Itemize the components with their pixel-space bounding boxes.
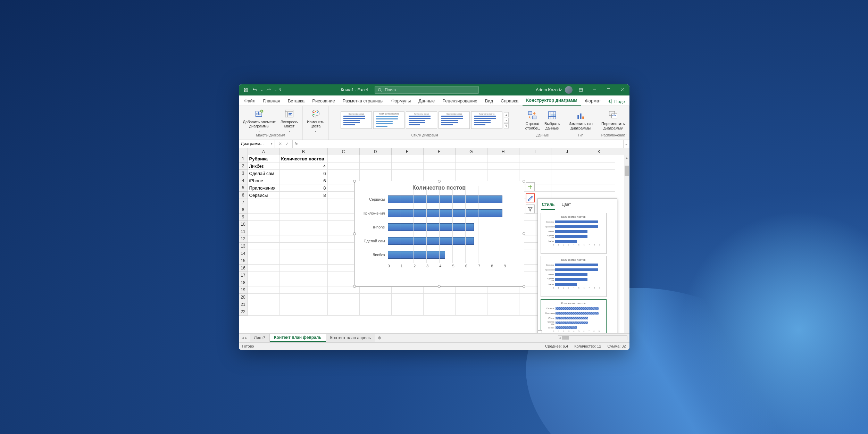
color-tab[interactable]: Цвет [561,201,571,210]
cell[interactable] [280,221,328,228]
cell[interactable] [280,257,328,265]
row-header[interactable]: 14 [239,250,248,257]
cell[interactable] [551,162,583,170]
row-header[interactable]: 5 [239,184,248,192]
cell[interactable] [392,294,424,301]
cell[interactable] [280,301,328,308]
row-header[interactable]: 21 [239,301,248,308]
resize-handle[interactable] [353,285,356,288]
cell[interactable]: Сервисы [248,192,280,199]
cell[interactable] [392,308,424,316]
cell[interactable] [248,221,280,228]
tab-help[interactable]: Справка [497,96,522,106]
cell[interactable] [456,170,487,177]
quick-layout-button[interactable]: Экспресс- макет⌄ [279,107,300,133]
style-preview-item[interactable]: Количество постовСервисыПриложенияiPhone… [541,256,607,297]
chart-object[interactable]: Количество постов СервисыПриложенияiPhon… [354,181,524,287]
row-header[interactable]: 7 [239,199,248,206]
gallery-scroll-up[interactable]: ▴ [504,112,509,117]
resize-handle[interactable] [523,232,525,235]
resize-handle[interactable] [523,180,525,183]
cell[interactable] [551,155,583,162]
cell[interactable] [424,294,456,301]
cell[interactable] [280,265,328,272]
add-chart-element-button[interactable]: Добавить элемент диаграммы⌄ [242,107,277,133]
cell[interactable]: Ликбез [248,162,280,170]
cell[interactable] [583,177,615,184]
cell[interactable] [551,170,583,177]
fx-label[interactable]: fx [293,141,300,146]
cell[interactable] [360,294,392,301]
resize-handle[interactable] [438,285,441,288]
cell[interactable] [424,308,456,316]
cell[interactable]: 8 [280,192,328,199]
spreadsheet-grid[interactable]: ABCDEFGHIJK 1РубрикаКоличество постов2Ли… [239,148,629,333]
cell[interactable] [360,162,392,170]
row-header[interactable]: 6 [239,192,248,199]
column-header[interactable]: E [392,148,424,155]
bar-fill[interactable] [388,251,445,259]
cell[interactable] [424,162,456,170]
cell[interactable] [328,301,360,308]
tab-insert[interactable]: Вставка [284,96,308,106]
chart-style-2[interactable]: КОЛИЧЕСТВО ПОСТОВ [373,111,404,129]
select-all-corner[interactable] [239,148,248,155]
cell[interactable] [456,162,487,170]
formula-input[interactable] [300,140,623,148]
gallery-more[interactable]: ⊽ [504,123,509,128]
cell[interactable] [360,301,392,308]
resize-handle[interactable] [438,180,441,183]
user-name[interactable]: Artem Kozoriz [536,87,562,92]
resize-handle[interactable] [523,285,525,288]
change-chart-type-button[interactable]: Изменить тип диаграммы [567,109,594,131]
add-sheet-button[interactable]: ⊕ [375,335,384,340]
cell[interactable] [583,170,615,177]
cell[interactable] [248,308,280,316]
cell[interactable] [280,206,328,214]
column-header[interactable]: A [248,148,280,155]
gallery-scroll-down[interactable]: ▾ [504,118,509,123]
row-header[interactable]: 2 [239,162,248,170]
chart-style-3[interactable]: Количество постов [406,111,437,129]
cell[interactable] [392,286,424,294]
cell[interactable] [280,228,328,235]
cancel-formula-icon[interactable]: ✕ [277,141,283,146]
cell[interactable] [248,235,280,243]
cell[interactable] [328,170,360,177]
resize-handle[interactable] [353,180,356,183]
row-header[interactable]: 11 [239,228,248,235]
tab-file[interactable]: Файл [241,96,259,106]
select-data-button[interactable]: Выбрать данные [543,109,561,131]
cell[interactable]: Рубрика [248,155,280,162]
cell[interactable] [487,301,519,308]
row-header[interactable]: 10 [239,221,248,228]
cell[interactable] [487,170,519,177]
row-header[interactable]: 9 [239,214,248,221]
search-input[interactable]: Поиск [375,86,479,94]
accept-formula-icon[interactable]: ✓ [284,141,290,146]
column-header[interactable]: D [360,148,392,155]
cell[interactable] [328,294,360,301]
chart-filter-button[interactable] [526,205,535,214]
row-header[interactable]: 4 [239,177,248,184]
row-header[interactable]: 13 [239,243,248,250]
cell[interactable]: Сделай сам [248,170,280,177]
redo-dropdown-icon[interactable]: ⌄ [274,86,278,94]
cell[interactable] [392,155,424,162]
bar-fill[interactable] [388,209,503,217]
cell[interactable] [424,301,456,308]
share-button[interactable]: Поде [605,98,628,106]
cell[interactable] [456,301,487,308]
cell[interactable] [551,192,583,199]
cell[interactable] [487,155,519,162]
cell[interactable] [487,308,519,316]
tab-format[interactable]: Формат [582,96,604,106]
cell[interactable] [280,250,328,257]
column-header[interactable]: J [551,148,583,155]
cell[interactable] [248,272,280,279]
cell[interactable] [519,155,551,162]
cell[interactable] [280,279,328,286]
sheet-tab-1[interactable]: Лист7 [250,334,270,342]
cell[interactable] [280,308,328,316]
collapse-ribbon-icon[interactable] [623,132,627,138]
